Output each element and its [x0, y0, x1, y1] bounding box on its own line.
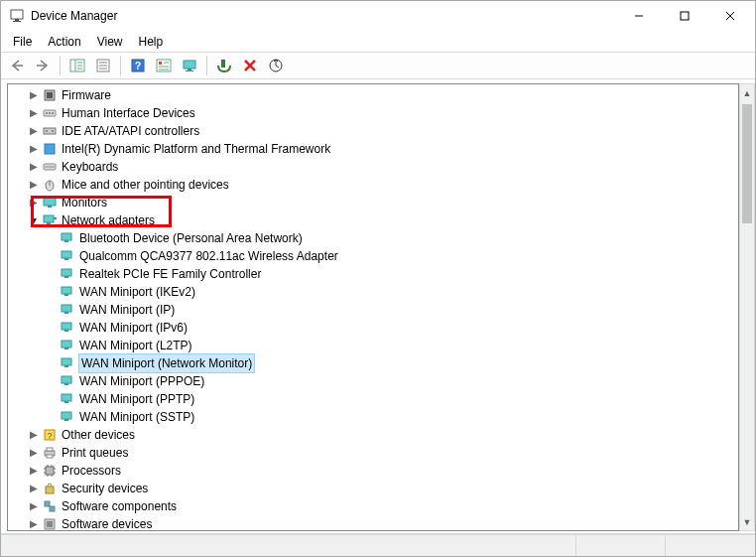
other-devices-icon: ?	[42, 427, 58, 443]
tree-node-net-bluetooth[interactable]: Bluetooth Device (Personal Area Network)	[8, 229, 738, 247]
chevron-right-icon[interactable]: ▶	[26, 497, 42, 515]
tree-node-net-wan-l2tp[interactable]: WAN Miniport (L2TP)	[8, 337, 738, 354]
tree-node-ide[interactable]: ▶ IDE ATA/ATAPI controllers	[8, 122, 738, 140]
tree-label: WAN Miniport (PPTP)	[79, 390, 194, 408]
chevron-right-icon[interactable]: ▶	[26, 515, 42, 531]
tree-node-net-wan-ip[interactable]: WAN Miniport (IP)	[8, 301, 738, 319]
back-button[interactable]	[5, 55, 29, 76]
tree-label: WAN Miniport (IP)	[79, 301, 175, 319]
tree-node-firmware[interactable]: ▶ Firmware	[8, 86, 738, 104]
svg-rect-68	[64, 348, 68, 349]
tree-node-network-adapters[interactable]: ▾ Network adapters	[8, 211, 738, 229]
minimize-button[interactable]	[616, 1, 662, 31]
tree-node-mice[interactable]: ▶ Mice and other pointing devices	[8, 176, 738, 194]
tree-node-net-wan-sstp[interactable]: WAN Miniport (SSTP)	[8, 408, 738, 426]
chevron-right-icon[interactable]: ▶	[26, 122, 42, 140]
chevron-right-icon[interactable]: ▶	[26, 194, 42, 211]
tree-label: WAN Miniport (IKEv2)	[79, 283, 195, 301]
tree-label: Bluetooth Device (Personal Area Network)	[79, 229, 303, 247]
tree-node-other[interactable]: ▶ ? Other devices	[8, 426, 738, 444]
tree-node-hid[interactable]: ▶ Human Interface Devices	[8, 104, 738, 122]
svg-rect-81	[47, 455, 53, 458]
svg-rect-72	[64, 383, 68, 385]
chevron-right-icon[interactable]: ▶	[26, 480, 42, 497]
tree-node-keyboards[interactable]: ▶ Keyboards	[8, 158, 738, 176]
tree-node-swcomp[interactable]: ▶ Software components	[8, 497, 738, 515]
titlebar: Device Manager	[1, 1, 755, 31]
tree-node-net-wan-pppoe[interactable]: WAN Miniport (PPPOE)	[8, 372, 738, 390]
svg-rect-91	[46, 487, 54, 493]
tree-label: WAN Miniport (L2TP)	[79, 337, 192, 354]
tree-node-swdev[interactable]: ▶ Software devices	[8, 515, 738, 531]
chevron-right-icon[interactable]: ▶	[26, 444, 42, 462]
svg-rect-59	[62, 269, 71, 276]
svg-rect-58	[64, 258, 68, 260]
chevron-right-icon[interactable]: ▶	[26, 426, 42, 444]
tree-node-net-realtek[interactable]: Realtek PCIe FE Family Controller	[8, 265, 738, 283]
maximize-button[interactable]	[662, 1, 707, 31]
tree-label: WAN Miniport (IPv6)	[79, 319, 188, 337]
printer-icon	[42, 445, 58, 461]
tree-node-monitors[interactable]: ▶ Monitors	[8, 194, 738, 211]
chevron-right-icon[interactable]: ▶	[26, 86, 42, 104]
tree-node-net-wan-ipv6[interactable]: WAN Miniport (IPv6)	[8, 319, 738, 337]
forward-button[interactable]	[31, 55, 55, 76]
tree-node-net-qualcomm[interactable]: Qualcomm QCA9377 802.11ac Wireless Adapt…	[8, 247, 738, 265]
app-icon	[9, 8, 25, 24]
svg-rect-69	[62, 358, 71, 365]
svg-rect-63	[62, 305, 71, 312]
tree-node-security[interactable]: ▶ Security devices	[8, 480, 738, 497]
enable-device-button[interactable]	[212, 55, 236, 76]
show-hide-tree-button[interactable]	[65, 55, 89, 76]
menu-file[interactable]: File	[7, 33, 38, 51]
scroll-up-button[interactable]: ▲	[740, 84, 754, 101]
keyboard-icon	[42, 159, 58, 175]
tree-node-intel[interactable]: ▶ Intel(R) Dynamic Platform and Thermal …	[8, 140, 738, 158]
chevron-right-icon[interactable]: ▶	[26, 158, 42, 176]
tree-node-net-wan-pptp[interactable]: WAN Miniport (PPTP)	[8, 390, 738, 408]
vertical-scrollbar[interactable]: ▲ ▼	[739, 83, 755, 531]
scroll-down-button[interactable]: ▼	[740, 513, 754, 530]
action-button[interactable]	[152, 55, 176, 76]
chevron-right-icon[interactable]: ▶	[26, 104, 42, 122]
properties-button[interactable]	[91, 55, 115, 76]
tree-label: Qualcomm QCA9377 802.11ac Wireless Adapt…	[79, 247, 338, 265]
menu-help[interactable]: Help	[133, 33, 170, 51]
tree-node-net-wan-ikev2[interactable]: WAN Miniport (IKEv2)	[8, 283, 738, 301]
chevron-right-icon[interactable]: ▶	[26, 176, 42, 194]
status-pane	[1, 535, 576, 556]
menu-view[interactable]: View	[91, 33, 129, 51]
chevron-right-icon[interactable]: ▶	[26, 462, 42, 480]
svg-rect-36	[49, 112, 51, 114]
network-adapter-icon	[60, 355, 75, 371]
scan-hardware-button[interactable]	[264, 55, 288, 76]
svg-rect-26	[188, 69, 191, 70]
network-icon	[42, 212, 58, 228]
help-button[interactable]: ?	[126, 55, 150, 76]
chevron-right-icon[interactable]: ▶	[26, 140, 42, 158]
svg-rect-38	[44, 128, 56, 134]
uninstall-device-button[interactable]	[238, 55, 262, 76]
menu-action[interactable]: Action	[42, 33, 86, 51]
close-button[interactable]	[707, 1, 753, 31]
svg-rect-2	[13, 21, 21, 22]
svg-rect-92	[45, 501, 50, 506]
device-tree[interactable]: ▶ Firmware ▶ Human Interface Devices ▶ I…	[7, 83, 739, 531]
svg-rect-33	[47, 92, 53, 98]
scroll-thumb[interactable]	[742, 104, 752, 223]
chevron-down-icon[interactable]: ▾	[26, 211, 42, 229]
svg-rect-41	[45, 144, 55, 154]
tree-label: Processors	[62, 462, 121, 480]
menubar: File Action View Help	[1, 31, 755, 52]
ide-icon	[42, 123, 58, 139]
svg-rect-70	[64, 365, 68, 367]
svg-rect-65	[62, 323, 71, 330]
update-driver-button[interactable]	[178, 55, 201, 76]
toolbar-separator	[60, 56, 61, 75]
firmware-icon	[42, 87, 58, 103]
tree-node-net-wan-netmon[interactable]: WAN Miniport (Network Monitor)	[8, 354, 738, 372]
tree-node-print[interactable]: ▶ Print queues	[8, 444, 738, 462]
tree-node-processors[interactable]: ▶ Processors	[8, 462, 738, 480]
svg-rect-61	[62, 287, 71, 294]
svg-text:?: ?	[135, 61, 141, 71]
